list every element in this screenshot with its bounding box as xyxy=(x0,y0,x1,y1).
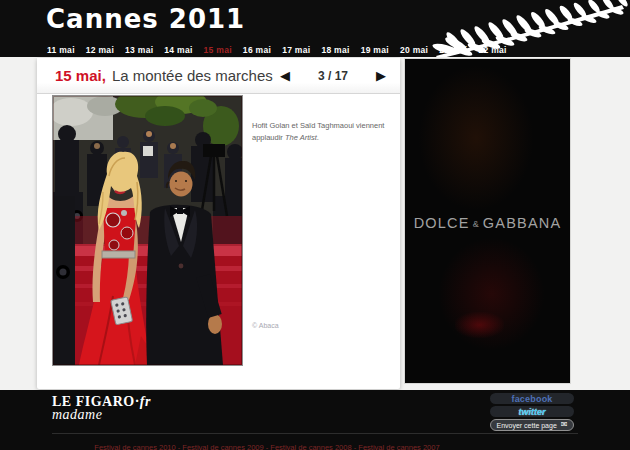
palm-branch-icon xyxy=(432,0,630,57)
facebook-button[interactable]: facebook xyxy=(490,393,574,404)
content-area: 15 mai, La montée des marches ◀ 3 / 17 ▶ xyxy=(0,57,630,390)
page-footer: LE FIGARO·fr madame facebook twitter Env… xyxy=(0,390,630,450)
site-header: Cannes 2011 11 mai12 mai13 mai14 mai15 m… xyxy=(0,0,630,57)
envelope-icon: ✉ xyxy=(561,421,568,429)
footer-link[interactable]: Festival de cannes 2009 xyxy=(182,443,263,450)
gallery-header: 15 mai, La montée des marches ◀ 3 / 17 ▶ xyxy=(37,58,400,94)
send-page-button[interactable]: Envoyer cette page ✉ xyxy=(490,419,574,431)
caption-work-title: The Artist xyxy=(285,133,317,142)
logo-fr-text: fr xyxy=(140,394,151,409)
footer-divider xyxy=(52,433,578,434)
send-page-label: Envoyer cette page xyxy=(496,422,556,429)
date-nav-item-19-mai[interactable]: 19 mai xyxy=(361,45,389,55)
date-nav-item-13-mai[interactable]: 13 mai xyxy=(125,45,153,55)
date-nav-item-20-mai[interactable]: 20 mai xyxy=(400,45,428,55)
twitter-logo-text: twitter xyxy=(519,407,546,417)
date-nav-item-15-mai[interactable]: 15 mai xyxy=(204,45,232,55)
photo-credit: © Abaca xyxy=(252,322,279,329)
facebook-logo-text: facebook xyxy=(511,394,552,404)
photo-counter: 3 / 17 xyxy=(294,69,372,83)
footer-link[interactable]: Festival de cannes 2008 xyxy=(270,443,351,450)
twitter-button[interactable]: twitter xyxy=(490,406,574,417)
site-title: Cannes 2011 xyxy=(46,4,245,34)
previous-photo-button[interactable]: ◀ xyxy=(276,67,294,84)
caption-end: . xyxy=(317,133,319,142)
social-buttons: facebook twitter Envoyer cette page ✉ xyxy=(490,393,576,433)
photo-caption: Hofit Golan et Saïd Taghmaoui viennent a… xyxy=(252,120,390,143)
gallery-photo[interactable] xyxy=(52,95,243,366)
footer-link[interactable]: Festival de cannes 2010 xyxy=(94,443,175,450)
ad-background-shape xyxy=(418,65,534,211)
date-nav-item-12-mai[interactable]: 12 mai xyxy=(86,45,114,55)
date-nav-item-18-mai[interactable]: 18 mai xyxy=(321,45,349,55)
ad-brand-left: DOLCE xyxy=(414,215,470,231)
date-nav-item-17-mai[interactable]: 17 mai xyxy=(282,45,310,55)
dolce-gabbana-ad[interactable]: DOLCE&GABBANA xyxy=(405,59,570,383)
date-nav-item-11-mai[interactable]: 11 mai xyxy=(47,45,75,55)
red-carpet-photo-illustration xyxy=(53,96,242,365)
ad-brand-ampersand: & xyxy=(470,219,483,229)
footer-links: Festival de cannes 2010 - Festival de ca… xyxy=(52,436,482,450)
ad-background-shape xyxy=(455,312,505,338)
footer-link[interactable]: Festival de cannes 2007 xyxy=(358,443,439,450)
logo-madame-text: madame xyxy=(52,408,151,423)
ad-brand-right: GABBANA xyxy=(483,215,562,231)
gallery-panel: 15 mai, La montée des marches ◀ 3 / 17 ▶ xyxy=(37,58,400,389)
lefigaro-madame-logo[interactable]: LE FIGARO·fr madame xyxy=(52,395,151,422)
gallery-date-label: 15 mai, xyxy=(55,67,106,84)
ad-brand-text: DOLCE&GABBANA xyxy=(405,215,570,231)
date-nav-item-14-mai[interactable]: 14 mai xyxy=(164,45,192,55)
date-nav-item-16-mai[interactable]: 16 mai xyxy=(243,45,271,55)
next-photo-button[interactable]: ▶ xyxy=(372,67,390,84)
gallery-title: La montée des marches xyxy=(112,67,273,84)
